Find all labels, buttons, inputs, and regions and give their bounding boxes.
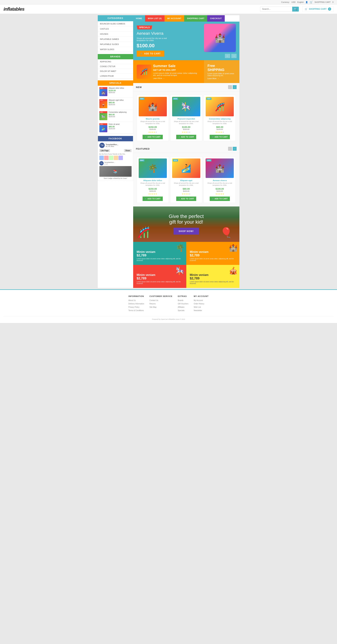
featured-add-cart-btn-3[interactable]: 🛒 ADD TO CART bbox=[210, 196, 230, 201]
sidebar-item-slides[interactable]: INFLATABLE SLIDES bbox=[98, 42, 133, 47]
specials-title: SPECIALS bbox=[98, 80, 133, 86]
brand-conse[interactable]: CONSE CTETUR bbox=[98, 64, 133, 69]
shop-now-btn[interactable]: SHOP NOW! bbox=[173, 228, 199, 234]
language-select[interactable]: English bbox=[297, 1, 304, 3]
sidebar-item-bouncer[interactable]: BOUNCER SLIDE COMBOS bbox=[98, 21, 133, 26]
promo-grid-desc-3: Lorem ipsum dolor sit amet conse ctetur … bbox=[137, 281, 183, 284]
top-bar: Currency: USD English 👤 🛒 SHOPPING CART … bbox=[0, 0, 337, 4]
footer-terms[interactable]: Terms & Conditions bbox=[128, 309, 144, 312]
footer-order-history[interactable]: Order History bbox=[194, 302, 208, 305]
special-badge-3: -40% bbox=[99, 111, 107, 113]
promo-summer-learn-more[interactable]: Learn More → bbox=[153, 78, 200, 79]
new-product-img-3: NEW 🎢 bbox=[206, 97, 234, 116]
new-add-cart-btn-2[interactable]: 🛒 ADD TO CART bbox=[176, 135, 196, 139]
featured-product-img-2: NEW 🏄 bbox=[172, 158, 200, 178]
footer-wishlist[interactable]: Wish List bbox=[194, 306, 208, 308]
new-product-img-1: NEW 🏰 bbox=[139, 97, 167, 116]
featured-next-btn[interactable]: → bbox=[233, 147, 236, 151]
nav-wishlist[interactable]: WISH LIST (0) bbox=[145, 15, 165, 22]
new-add-cart-btn-3[interactable]: 🛒 ADD TO CART bbox=[210, 135, 230, 139]
footer-extras-links: Brands Gift Vouchers Affiliates Specials bbox=[178, 299, 188, 312]
featured-prev-btn[interactable]: ← bbox=[228, 147, 232, 151]
footer-brands[interactable]: Brands bbox=[178, 299, 188, 302]
user-icon[interactable]: 👤 bbox=[306, 1, 308, 3]
facebook-content: TM TemplateMon... 66,761 likes Like Page… bbox=[98, 141, 133, 180]
hero-prev-btn[interactable]: ← bbox=[225, 54, 230, 58]
footer-specials[interactable]: Specials bbox=[178, 309, 188, 312]
fb-info: TemplateMon... 66,761 likes bbox=[106, 144, 118, 147]
copyright: Powered by OpenCart Inflatables store © … bbox=[152, 318, 185, 320]
new-add-cart-btn-1[interactable]: 🛒 ADD TO CART bbox=[142, 135, 163, 139]
nav-checkout[interactable]: CHECKOUT bbox=[207, 15, 224, 22]
header-cart-count: 0 bbox=[328, 8, 331, 10]
brand-lorem[interactable]: LOREM IPSUM bbox=[98, 74, 133, 78]
search-input[interactable] bbox=[260, 7, 292, 11]
sidebar-item-water[interactable]: WATER SLIDES bbox=[98, 47, 133, 52]
fb-post-image: 📚 bbox=[99, 166, 132, 177]
brand-adipiscing[interactable]: ADIPISCING bbox=[98, 59, 133, 64]
promo-free-sub: SHIPPING bbox=[208, 68, 236, 72]
featured-product-name-1[interactable]: Aliquam dolor tellus bbox=[139, 179, 167, 182]
featured-products-grid: NEW 🌴 Aliquam dolor tellus Shops all aro… bbox=[133, 153, 240, 206]
featured-product-name-2[interactable]: Aliquam eget bbox=[172, 179, 200, 182]
new-next-btn[interactable]: → bbox=[233, 85, 236, 89]
nav-home[interactable]: HOME bbox=[133, 15, 145, 22]
hero-nav: ← → bbox=[225, 54, 236, 58]
new-prev-btn[interactable]: ← bbox=[228, 85, 232, 89]
hero-banner: SPECIALS Aenean Viverra Shops all around… bbox=[133, 22, 240, 60]
featured-product-2: NEW 🏄 Aliquam eget Shops all around the … bbox=[170, 156, 202, 203]
featured-section-nav: ← → bbox=[228, 147, 236, 151]
sidebar-item-games[interactable]: INFLATABLE GAMES bbox=[98, 37, 133, 42]
special-badge-4: -20% bbox=[99, 123, 107, 125]
new-section-title: NEW bbox=[136, 86, 142, 88]
nav-account[interactable]: MY ACCOUNT bbox=[164, 15, 184, 22]
logo[interactable]: inflatables bbox=[4, 6, 24, 12]
header: inflatables 🔍 🛒 SHOPPING CART 0 bbox=[0, 4, 337, 14]
featured-add-cart-btn-2[interactable]: 🛒 ADD TO CART bbox=[176, 196, 196, 201]
sidebar-item-houses[interactable]: HOUSES bbox=[98, 32, 133, 37]
header-cart-icon: 🛒 bbox=[305, 8, 308, 10]
nav-shopping[interactable]: SHOPPING CART bbox=[184, 15, 207, 22]
new-product-name-1[interactable]: Mauris gravida bbox=[139, 118, 167, 120]
footer-sitemap[interactable]: Site Map bbox=[150, 306, 172, 308]
footer-myaccount[interactable]: My Account bbox=[194, 299, 208, 302]
footer-newsletter[interactable]: Newsletter bbox=[194, 309, 208, 312]
featured-product-name-3[interactable]: Aenean viverra bbox=[206, 179, 234, 182]
sidebar-item-castles[interactable]: CASTLES bbox=[98, 26, 133, 32]
fb-like-btn[interactable]: Like Page bbox=[99, 149, 110, 152]
new-product-name-2[interactable]: Praesent imperdiet bbox=[172, 118, 200, 120]
special-item-3: -40% 🎠 Consectetur adipiscing $60.00 $10… bbox=[98, 110, 133, 122]
hero-next-btn[interactable]: → bbox=[231, 54, 236, 58]
new-product-name-3[interactable]: Consectetur adipiscing bbox=[206, 118, 234, 120]
footer-contact[interactable]: Contact Us bbox=[150, 299, 172, 302]
footer-about[interactable]: About Us bbox=[128, 299, 144, 302]
brand-dolor[interactable]: DOLOR SIT AMET bbox=[98, 69, 133, 74]
footer-affiliates[interactable]: Affiliates bbox=[178, 306, 188, 308]
featured-stars-3: ★★★★★ bbox=[206, 193, 234, 195]
new-section: NEW ← → NEW 🏰 Mauris gravida Shops all a… bbox=[133, 83, 240, 145]
new-product-2: NEW 🎠 Praesent imperdiet Shops all aroun… bbox=[170, 95, 202, 141]
cart-count-top: 0 bbox=[332, 1, 334, 3]
promo-grid-item-3[interactable]: 🎠 Minim veniam $2,789 Lorem ipsum dolor … bbox=[133, 265, 186, 288]
promo-grid-item-2[interactable]: 🏰 Minim veniam $2,789 Lorem ipsum dolor … bbox=[186, 242, 240, 265]
specials-list: -25% 🏰 Aliquam dolor tellus $150.00 $200… bbox=[98, 86, 133, 134]
search-button[interactable]: 🔍 bbox=[292, 7, 299, 12]
footer-delivery[interactable]: Delivery Information bbox=[128, 302, 144, 305]
featured-add-cart-btn-1[interactable]: 🛒 ADD TO CART bbox=[142, 196, 163, 201]
promo-grid-item-4[interactable]: 🎪 Minim veniam $2,789 Lorem ipsum dolor … bbox=[186, 265, 240, 288]
footer-privacy[interactable]: Privacy Policy bbox=[128, 306, 144, 308]
shopping-cart-label-top[interactable]: SHOPPING CART bbox=[314, 1, 330, 3]
special-img-1: 🏰 bbox=[99, 89, 107, 96]
promo-banner: 🎢 Summer Sale GET UP TO 25% OFF Lorem ip… bbox=[133, 60, 240, 83]
promo-grid: 🌴 Minim veniam $2,789 Lorem ipsum dolor … bbox=[133, 242, 240, 288]
promo-grid-item-1[interactable]: 🌴 Minim veniam $2,789 Lorem ipsum dolor … bbox=[133, 242, 186, 265]
fb-share-btn[interactable]: Share bbox=[124, 149, 132, 152]
header-cart[interactable]: 🛒 SHOPPING CART 0 bbox=[302, 6, 334, 12]
footer-returns[interactable]: Returns bbox=[150, 302, 172, 305]
footer-service-links: Contact Us Returns Site Map bbox=[150, 299, 172, 308]
hero-add-to-cart-btn[interactable]: 🛒 ADD TO CART bbox=[137, 51, 164, 57]
promo-free-learn-more[interactable]: Learn More → bbox=[208, 78, 236, 80]
footer-vouchers[interactable]: Gift Vouchers bbox=[178, 302, 188, 305]
footer-col-extras: EXTRAS Brands Gift Vouchers Affiliates S… bbox=[178, 295, 188, 312]
currency-select[interactable]: USD bbox=[292, 1, 296, 3]
